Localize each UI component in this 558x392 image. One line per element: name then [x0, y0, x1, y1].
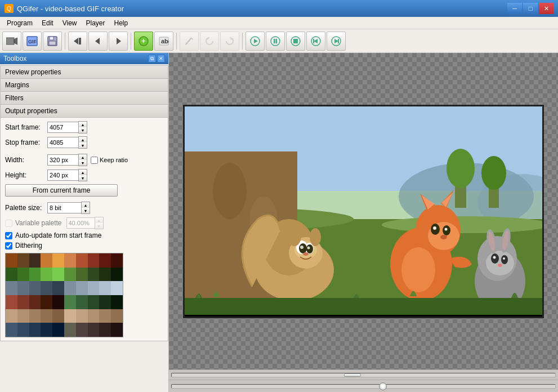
width-down[interactable]: ▼ [79, 160, 87, 166]
h-scrollbar-thumb[interactable] [344, 373, 361, 377]
next-button[interactable] [109, 32, 128, 51]
keep-ratio-checkbox[interactable] [91, 157, 98, 164]
dithering-checkbox[interactable] [5, 242, 12, 250]
prev-frame-button[interactable] [68, 32, 87, 51]
pause-button[interactable] [266, 32, 285, 51]
output-props-content: Start frame: ▲ ▼ Stop frame: [0, 118, 168, 341]
svg-point-72 [401, 247, 435, 292]
palette-size-label: Palette size: [5, 204, 47, 212]
menu-view[interactable]: View [58, 18, 82, 28]
rotate-cw-button[interactable] [220, 32, 239, 51]
close-button[interactable]: ✕ [539, 3, 553, 14]
toolbox-close-button[interactable]: ✕ [157, 55, 165, 63]
svg-rect-8 [79, 38, 81, 44]
height-up[interactable]: ▲ [79, 170, 87, 175]
stop-frame-input[interactable] [47, 137, 78, 148]
h-scrollbar-track[interactable] [171, 373, 556, 377]
variable-pct-down[interactable]: ▼ [95, 223, 103, 229]
menu-edit[interactable]: Edit [37, 18, 58, 28]
preview-props-label: Preview properties [5, 68, 61, 76]
main-layout: Toolbox ⧉ ✕ Preview properties Margins F… [0, 53, 558, 392]
from-current-button[interactable]: From current frame [5, 184, 118, 197]
seek-thumb[interactable] [379, 382, 387, 390]
toolbox-panel: Toolbox ⧉ ✕ Preview properties Margins F… [0, 53, 169, 392]
stop-frame-up[interactable]: ▲ [79, 137, 87, 142]
dithering-row: Dithering [5, 242, 163, 250]
filters-header[interactable]: Filters [0, 92, 168, 105]
svg-marker-9 [95, 38, 100, 44]
stop-frame-down[interactable]: ▼ [79, 142, 87, 148]
text-button[interactable]: abc [154, 32, 173, 51]
forward-button[interactable] [327, 32, 346, 51]
svg-rect-6 [49, 41, 56, 45]
dithering-label: Dithering [15, 242, 42, 250]
draw-button[interactable] [180, 32, 199, 51]
rewind-button[interactable] [306, 32, 325, 51]
svg-point-45 [213, 163, 247, 219]
height-row: Height: ▲ ▼ [5, 169, 163, 181]
toolbox-restore-button[interactable]: ⧉ [148, 55, 156, 63]
menu-player[interactable]: Player [82, 18, 110, 28]
svg-point-59 [310, 228, 321, 246]
svg-point-57 [303, 252, 309, 256]
toolbar: GIF + abc [0, 29, 558, 53]
preview-image [185, 106, 542, 315]
keep-ratio-label[interactable]: Keep ratio [91, 157, 128, 164]
svg-rect-0 [6, 38, 14, 44]
palette-size-input[interactable] [47, 202, 81, 213]
variable-pct-up[interactable]: ▲ [95, 217, 103, 223]
svg-point-80 [498, 264, 502, 267]
menu-program[interactable]: Program [2, 18, 37, 28]
filters-label: Filters [5, 94, 24, 102]
titlebar-left: Q QGifer - video-based GIF creator [5, 4, 124, 13]
svg-marker-1 [14, 38, 17, 44]
sep2 [131, 33, 131, 50]
window-controls: ─ □ ✕ [507, 3, 553, 14]
maximize-button[interactable]: □ [523, 3, 538, 14]
rotate-ccw-button[interactable] [200, 32, 219, 51]
seek-bar-area [169, 380, 558, 392]
start-frame-up[interactable]: ▲ [79, 122, 87, 127]
open-video-button[interactable] [2, 32, 21, 51]
start-frame-row: Start frame: ▲ ▼ [5, 121, 163, 133]
start-frame-down[interactable]: ▼ [79, 127, 87, 133]
prev-button[interactable] [88, 32, 108, 51]
margins-label: Margins [5, 81, 29, 89]
svg-rect-24 [276, 39, 278, 43]
palette-size-up[interactable]: ▲ [82, 202, 90, 208]
svg-line-17 [186, 43, 187, 44]
toolbox-scroll[interactable]: Preview properties Margins Filters Outpu… [0, 64, 168, 392]
svg-marker-31 [334, 39, 338, 43]
palette-preview [5, 253, 123, 337]
minimize-button[interactable]: ─ [507, 3, 522, 14]
width-input[interactable] [47, 154, 78, 166]
menu-help[interactable]: Help [110, 18, 133, 28]
output-props-header[interactable]: Output properties [0, 105, 168, 118]
variable-pct-input[interactable] [66, 217, 95, 229]
start-frame-input[interactable] [47, 122, 78, 133]
open-gif-button[interactable]: GIF [23, 32, 42, 51]
width-arrows: ▲ ▼ [78, 154, 87, 166]
variable-pct-spinbox: ▲ ▼ [66, 217, 104, 229]
svg-rect-26 [293, 39, 298, 43]
variable-palette-label: Variable palette [15, 219, 62, 227]
variable-palette-checkbox[interactable] [5, 220, 12, 227]
width-up[interactable]: ▲ [79, 154, 87, 160]
height-input[interactable] [47, 170, 78, 181]
auto-update-checkbox[interactable] [5, 232, 12, 239]
save-button[interactable] [43, 32, 62, 51]
toolbox-title: Toolbox [3, 55, 26, 63]
app-title: QGifer - video-based GIF creator [17, 5, 124, 13]
palette-size-down[interactable]: ▼ [82, 208, 90, 213]
play-button[interactable] [245, 32, 265, 51]
palette-size-arrows: ▲ ▼ [81, 202, 90, 214]
seek-track[interactable] [171, 384, 556, 389]
height-down[interactable]: ▼ [79, 175, 87, 181]
variable-palette-row: Variable palette ▲ ▼ [5, 217, 163, 229]
svg-point-66 [445, 228, 448, 230]
svg-point-67 [440, 235, 447, 239]
add-frame-button[interactable]: + [134, 32, 153, 51]
stop-button[interactable] [286, 32, 305, 51]
preview-props-header[interactable]: Preview properties [0, 65, 168, 79]
margins-header[interactable]: Margins [0, 79, 168, 92]
